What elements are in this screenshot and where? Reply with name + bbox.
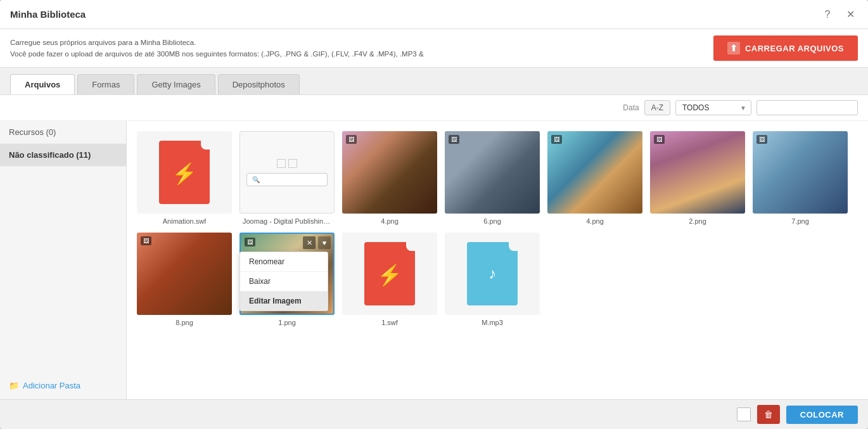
upload-icon: ⬆	[727, 42, 740, 54]
list-item[interactable]: 🖼 7.png	[753, 131, 848, 225]
file-thumbnail: 🖼	[547, 131, 642, 214]
image-icon: 🖼	[348, 136, 354, 143]
file-name: 4.png	[586, 217, 604, 225]
image-icon: 🖼	[554, 136, 559, 143]
date-label: Data	[623, 103, 639, 112]
file-thumbnail: 🖼	[137, 233, 232, 315]
select-checkbox[interactable]	[737, 407, 751, 421]
file-thumbnail: 🖼	[445, 131, 540, 214]
list-item[interactable]: ♪ M.mp3	[445, 233, 540, 326]
close-button[interactable]: ✕	[843, 7, 858, 22]
file-thumbnail: 🔍	[239, 131, 335, 214]
tab-getty[interactable]: Getty Images	[137, 74, 215, 94]
add-folder-button[interactable]: 📁 Adicionar Pasta	[9, 381, 80, 390]
file-name: Joomag - Digital Publishing P	[243, 217, 331, 225]
toolbar: Data A-Z TODOS Imagens Vídeos Áudio Docu…	[0, 95, 868, 121]
list-item[interactable]: 🖼 4.png	[547, 131, 642, 225]
list-item[interactable]: 🖼 2.png	[650, 131, 745, 225]
help-button[interactable]: ?	[820, 7, 835, 22]
image-badge: 🖼	[245, 238, 255, 247]
list-item[interactable]: 🖼 ✕ ♥ 1.png Renomear Baixar Editar Image…	[239, 233, 335, 326]
flash-swf-icon: ⚡	[159, 141, 210, 204]
joomag-search: 🔍	[246, 173, 328, 186]
delete-button[interactable]: 🗑	[757, 405, 780, 424]
search-icon-small: 🔍	[252, 176, 260, 183]
file-thumbnail: 🖼	[753, 131, 848, 214]
list-item[interactable]: ⚡ Animation.swf	[137, 131, 232, 225]
sidebar-item-nao-classificado[interactable]: Não classificado (11)	[0, 144, 126, 167]
upload-info-line1: Carregue seus próprios arquivos para a M…	[10, 37, 424, 48]
image-icon: 🖼	[759, 136, 765, 143]
place-button[interactable]: COLOCAR	[786, 406, 858, 424]
title-bar-actions: ? ✕	[820, 7, 858, 22]
file-thumbnail: ⚡	[137, 131, 232, 214]
image-badge: 🖼	[449, 135, 459, 144]
upload-bar: Carregue seus próprios arquivos para a M…	[0, 29, 868, 68]
list-item[interactable]: 🖼 4.png	[342, 131, 437, 225]
list-item[interactable]: 🖼 6.png	[445, 131, 540, 225]
list-item[interactable]: 🖼 8.png	[137, 233, 232, 326]
file-name: 6.png	[483, 217, 501, 225]
music-icon: ♪	[488, 265, 496, 283]
mp3-icon: ♪	[467, 242, 518, 305]
search-wrapper: 🔍	[756, 100, 858, 115]
folder-icon: 📁	[9, 381, 19, 390]
upload-info: Carregue seus próprios arquivos para a M…	[10, 37, 424, 60]
upload-info-line2: Você pode fazer o upload de arquivos de …	[10, 48, 424, 60]
sidebar: Recursos (0) Não classificado (11) 📁 Adi…	[0, 121, 127, 399]
tab-depositphotos[interactable]: Depositphotos	[218, 74, 300, 94]
image-badge: 🖼	[756, 135, 767, 144]
image-badge: 🖼	[654, 135, 665, 144]
file-name: 8.png	[176, 319, 193, 326]
tab-arquivos[interactable]: Arquivos	[10, 74, 75, 94]
title-bar: Minha Biblioteca ? ✕	[0, 0, 868, 29]
favorite-button[interactable]: ♥	[318, 236, 331, 249]
tabs-bar: Arquivos Formas Getty Images Depositphot…	[0, 68, 868, 95]
image-icon: 🖼	[656, 136, 662, 143]
file-name: 2.png	[689, 217, 706, 225]
context-menu-download[interactable]: Baixar	[240, 272, 328, 291]
file-name: Animation.swf	[163, 217, 206, 225]
context-menu-rename[interactable]: Renomear	[240, 252, 328, 272]
files-grid: ⚡ Animation.swf 🔍 Joomag - Digital Publi…	[127, 121, 868, 399]
sidebar-footer: 📁 Adicionar Pasta	[0, 372, 126, 399]
list-item[interactable]: ⚡ 1.swf	[342, 233, 437, 326]
filter-select[interactable]: TODOS Imagens Vídeos Áudio Documentos	[675, 100, 751, 115]
main-content: Recursos (0) Não classificado (11) 📁 Adi…	[0, 121, 868, 399]
context-menu-edit-image[interactable]: Editar Imagem	[240, 291, 328, 311]
file-name: M.mp3	[482, 319, 503, 326]
image-badge: 🖼	[346, 135, 357, 144]
image-icon: 🖼	[451, 136, 457, 143]
file-name: 4.png	[381, 217, 399, 225]
image-badge: 🖼	[141, 236, 151, 245]
file-name: 7.png	[791, 217, 809, 225]
flash-swf-icon: ⚡	[364, 242, 415, 305]
context-menu: Renomear Baixar Editar Imagem	[239, 252, 328, 311]
image-icon: 🖼	[247, 239, 253, 245]
sort-az-button[interactable]: A-Z	[644, 100, 670, 115]
image-icon: 🖼	[143, 238, 149, 244]
tab-formas[interactable]: Formas	[77, 74, 134, 94]
dialog: Minha Biblioteca ? ✕ Carregue seus própr…	[0, 0, 868, 429]
sidebar-item-recursos[interactable]: Recursos (0)	[0, 121, 126, 144]
dialog-title: Minha Biblioteca	[10, 9, 86, 20]
filter-wrapper: TODOS Imagens Vídeos Áudio Documentos ▼	[675, 100, 751, 115]
file-thumbnail: 🖼	[650, 131, 745, 214]
upload-button[interactable]: ⬆ CARREGAR ARQUIVOS	[713, 35, 858, 61]
delete-thumb-button[interactable]: ✕	[303, 236, 316, 249]
file-thumbnail: 🖼	[342, 131, 437, 214]
footer-bar: 🗑 COLOCAR	[0, 399, 868, 429]
list-item[interactable]: 🔍 Joomag - Digital Publishing P	[239, 131, 335, 225]
image-badge: 🖼	[551, 135, 562, 144]
thumb-overlay: ✕ ♥	[303, 236, 331, 249]
file-thumbnail: ♪	[445, 233, 540, 315]
file-thumbnail: ⚡	[342, 233, 437, 315]
search-input[interactable]	[756, 100, 858, 115]
file-name: 1.png	[278, 319, 296, 326]
file-name: 1.swf	[381, 319, 398, 326]
